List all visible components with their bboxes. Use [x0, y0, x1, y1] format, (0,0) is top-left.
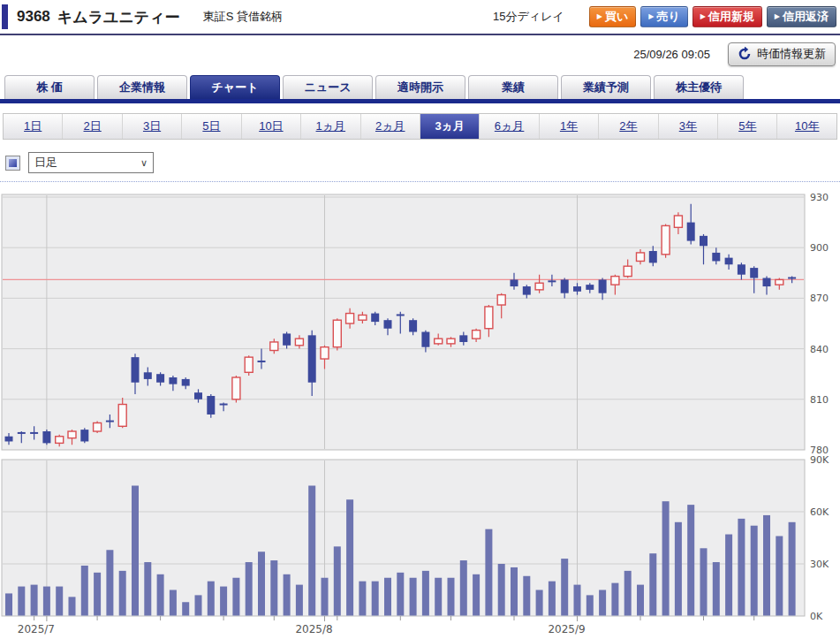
arrow-icon: ▶ [597, 13, 602, 20]
period-5year[interactable]: 5年 [718, 114, 777, 139]
stock-code: 9368 [17, 8, 50, 26]
period-1month[interactable]: 1ヵ月 [301, 114, 360, 139]
tab-earnings[interactable]: 業績 [468, 75, 558, 99]
price-axis-label: 810 [810, 394, 829, 406]
arrow-icon: ▶ [648, 13, 654, 20]
tab-news[interactable]: ニュース [283, 75, 373, 99]
period-label: 5日 [202, 118, 220, 134]
volume-axis-label: 60K [810, 506, 829, 518]
button-label: 買い [605, 9, 628, 25]
period-label: 6ヵ月 [495, 118, 525, 134]
tab-chart[interactable]: チャート [190, 75, 280, 99]
x-axis-label: 2025/7 [18, 623, 55, 635]
period-2year[interactable]: 2年 [599, 114, 658, 139]
period-5day[interactable]: 5日 [182, 114, 241, 139]
period-label: 1日 [24, 118, 42, 134]
quote-bar: 25/09/26 09:05 時価情報更新 [0, 35, 840, 72]
period-6month[interactable]: 6ヵ月 [480, 114, 539, 139]
x-axis-label: 2025/9 [548, 623, 585, 635]
refresh-icon [738, 47, 752, 61]
volume-axis-label: 0K [810, 611, 823, 622]
price-volume-chart[interactable]: 93090087084081078090K60K30K0K2025/72025/… [0, 193, 840, 639]
period-label: 2ヵ月 [375, 118, 405, 134]
stock-header: 9368 キムラユニティー 東証S 貸借銘柄 15分ディレイ ▶買い▶売り▶信用… [0, 0, 840, 35]
margin-new-button[interactable]: ▶信用新規 [692, 6, 762, 27]
period-3day[interactable]: 3日 [123, 114, 182, 139]
period-label: 2年 [619, 118, 637, 134]
period-2day[interactable]: 2日 [63, 114, 122, 139]
period-label: 3年 [679, 118, 697, 134]
tab-shareholder-benefits[interactable]: 株主優待 [654, 75, 744, 99]
volume-axis-label: 90K [810, 454, 829, 466]
chevron-down-icon: ∨ [140, 157, 148, 169]
button-label: 信用返済 [783, 9, 829, 25]
period-label: 10日 [259, 118, 283, 134]
period-10year[interactable]: 10年 [777, 114, 836, 139]
period-2month[interactable]: 2ヵ月 [361, 114, 420, 139]
quote-timestamp: 25/09/26 09:05 [633, 48, 710, 61]
button-label: 信用新規 [708, 9, 754, 25]
button-label: 売り [656, 9, 679, 25]
chart-canvas[interactable]: 93090087084081078090K60K30K0K2025/72025/… [0, 193, 840, 639]
arrow-icon: ▶ [775, 13, 780, 20]
header-accent-bar [2, 4, 8, 29]
chart-type-select[interactable]: 日足 ∨ [28, 152, 154, 173]
tabs-underline-bar [0, 99, 840, 103]
tab-stock-price[interactable]: 株 価 [4, 75, 95, 99]
period-label: 3日 [143, 118, 161, 134]
period-label: 1ヵ月 [316, 118, 346, 134]
tab-company-info[interactable]: 企業情報 [97, 75, 187, 99]
period-label: 5年 [738, 118, 756, 134]
delay-note: 15分ディレイ [493, 9, 564, 25]
period-3year[interactable]: 3年 [659, 114, 718, 139]
main-tabs: 株 価企業情報チャートニュース適時開示業績業績予測株主優待 [0, 75, 840, 99]
refresh-quotes-button[interactable]: 時価情報更新 [728, 42, 836, 66]
period-label: 3ヵ月 [435, 118, 465, 134]
chart-type-value: 日足 [34, 155, 57, 171]
tab-timely-disclosure[interactable]: 適時開示 [375, 75, 465, 99]
trade-buttons: ▶買い▶売り▶信用新規▶信用返済 [589, 6, 836, 27]
price-axis-label: 840 [810, 344, 829, 355]
separator [0, 181, 840, 182]
period-label: 10年 [795, 118, 819, 134]
period-1year[interactable]: 1年 [540, 114, 599, 139]
arrow-icon: ▶ [700, 13, 706, 20]
chart-legend-icon [5, 156, 20, 171]
chart-period-selector: 1日2日3日5日10日1ヵ月2ヵ月3ヵ月6ヵ月1年2年3年5年10年 [3, 113, 837, 140]
period-label: 1年 [560, 118, 578, 134]
period-10day[interactable]: 10日 [242, 114, 301, 139]
buy-button[interactable]: ▶買い [589, 6, 636, 27]
volume-axis-label: 30K [810, 559, 829, 570]
tab-earnings-forecast[interactable]: 業績予測 [561, 75, 651, 99]
stock-name: キムラユニティー [57, 7, 180, 27]
price-axis-label: 930 [810, 193, 829, 203]
price-axis-label: 900 [810, 242, 829, 254]
period-label: 2日 [84, 118, 102, 134]
refresh-label: 時価情報更新 [757, 46, 826, 62]
price-axis-label: 870 [810, 293, 829, 304]
x-axis-label: 2025/8 [295, 623, 332, 635]
sell-button[interactable]: ▶売り [640, 6, 687, 27]
chart-type-row: 日足 ∨ [5, 152, 840, 173]
period-3month[interactable]: 3ヵ月 [420, 114, 480, 139]
period-1day[interactable]: 1日 [4, 114, 63, 139]
market-segment-label: 東証S 貸借銘柄 [203, 9, 283, 25]
margin-repay-button[interactable]: ▶信用返済 [767, 6, 836, 27]
